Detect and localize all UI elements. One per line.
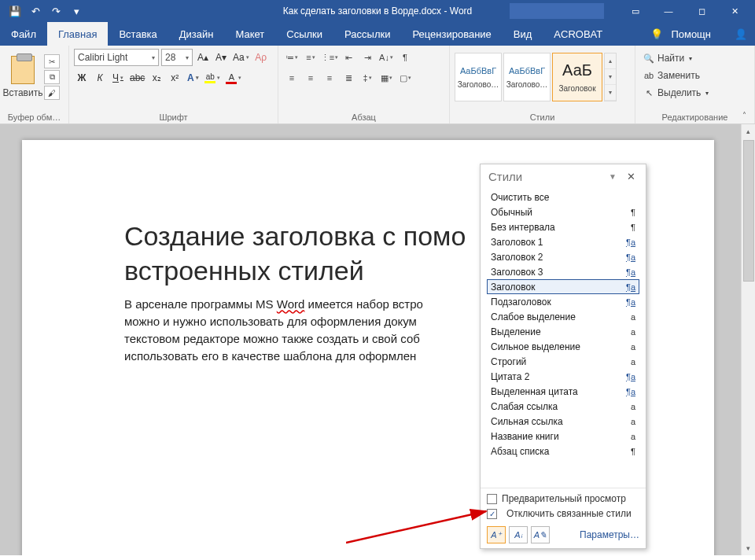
sort-button[interactable]: A↓ [378,49,395,66]
gallery-more-icon[interactable]: ▾ [605,85,616,101]
align-left-button[interactable]: ≡ [283,69,300,87]
borders-button[interactable]: ▢ [396,69,414,87]
new-style-button[interactable]: A⁺ [487,526,506,543]
maximize-button[interactable]: ◻ [686,0,717,22]
decrease-indent-button[interactable]: ⇤ [340,49,357,66]
italic-button[interactable]: К [92,69,108,87]
clear-formatting-button[interactable]: Aρ [253,49,269,66]
grow-font-button[interactable]: A▴ [195,49,211,66]
disable-linked-checkbox[interactable]: ✓Отключить связанные стили [487,508,639,519]
tab-references[interactable]: Ссылки [275,22,333,46]
text-effects-button[interactable]: A [185,69,201,87]
manage-styles-button[interactable]: A✎ [531,526,550,543]
numbering-button[interactable]: ≡ [302,49,319,66]
bold-button[interactable]: Ж [74,69,90,87]
subscript-button[interactable]: x₂ [149,69,164,87]
styles-pane-item[interactable]: Обычный¶ [487,204,639,219]
style-heading2[interactable]: АаБбВвГ Заголово… [455,53,502,101]
styles-pane-item[interactable]: Сильная ссылкаa [487,414,639,429]
save-button[interactable]: 💾 [6,2,24,20]
tab-acrobat[interactable]: ACROBAT [543,22,613,46]
styles-pane-item[interactable]: Название книгиa [487,429,639,444]
style-title[interactable]: АаБ Заголовок [552,53,602,101]
styles-pane-item[interactable]: Подзаголовок¶a [487,294,639,309]
scroll-thumb[interactable] [743,140,754,282]
style-gallery-scroll[interactable]: ▴ ▾ ▾ [604,53,617,101]
change-case-button[interactable]: Aa [231,49,251,66]
styles-pane-item[interactable]: Заголовок 2¶a [487,249,639,264]
gallery-down-icon[interactable]: ▾ [605,69,616,85]
tab-design[interactable]: Дизайн [168,22,225,46]
paste-button[interactable]: Вставить [5,49,41,105]
styles-pane-close-icon[interactable]: ✕ [624,171,638,182]
styles-pane-item[interactable]: Цитата 2¶a [487,369,639,384]
share-icon[interactable]: 👤 [735,28,747,40]
ribbon-display-options-icon[interactable]: ▭ [620,0,651,22]
tab-view[interactable]: Вид [503,22,543,46]
styles-pane-item[interactable]: Строгийa [487,354,639,369]
copy-button[interactable]: ⧉ [44,70,60,84]
shrink-font-button[interactable]: A▾ [213,49,229,66]
scroll-down-icon[interactable]: ▾ [742,541,755,555]
font-name-combo[interactable]: Calibri Light▾ [74,49,159,66]
minimize-button[interactable]: — [653,0,684,22]
tab-mailings[interactable]: Рассылки [333,22,401,46]
align-center-button[interactable]: ≡ [302,69,319,87]
redo-button[interactable]: ↷ [47,2,64,20]
tab-layout[interactable]: Макет [224,22,275,46]
account-box[interactable] [510,3,604,19]
increase-indent-button[interactable]: ⇥ [359,49,376,66]
multilevel-list-button[interactable]: ⋮≡ [321,49,338,66]
styles-options-link[interactable]: Параметры… [580,529,639,540]
font-size-combo[interactable]: 28▾ [161,49,193,66]
bullets-button[interactable]: ≔ [283,49,300,66]
shading-button[interactable]: ▦ [378,69,395,87]
format-painter-button[interactable]: 🖌 [44,86,60,100]
collapse-ribbon-icon[interactable]: ˄ [737,108,751,122]
styles-pane-item[interactable]: Сильное выделениеa [487,339,639,354]
line-spacing-button[interactable]: ‡ [359,69,376,87]
tab-file[interactable]: Файл [0,22,47,46]
font-color-button[interactable]: A [224,69,243,87]
cut-button[interactable]: ✂ [44,54,60,68]
scroll-up-icon[interactable]: ▴ [742,124,755,138]
styles-pane-header: Стили ▼ ✕ [481,164,646,188]
undo-button[interactable]: ↶ [27,2,44,20]
close-button[interactable]: ✕ [719,0,750,22]
styles-pane-item[interactable]: Выделенная цитата¶a [487,384,639,399]
show-marks-button[interactable]: ¶ [396,49,414,66]
tab-home[interactable]: Главная [47,22,108,46]
styles-pane-options-icon[interactable]: ▼ [606,172,619,181]
align-right-button[interactable]: ≡ [321,69,338,87]
qat-customize-icon[interactable]: ▾ [68,2,85,20]
style-heading3[interactable]: АаБбВвГ Заголово… [503,53,551,101]
style-inspector-button[interactable]: Aᵢ [509,526,528,543]
tab-insert[interactable]: Вставка [108,22,168,46]
style-preview: АаБбВвГ [460,66,496,76]
styles-pane-item[interactable]: Очистить все [487,190,639,204]
styles-pane-item[interactable]: Слабая ссылкаa [487,399,639,414]
find-button[interactable]: 🔍Найти▾ [640,50,749,66]
styles-pane-item[interactable]: Заголовок¶a [487,279,639,294]
highlight-button[interactable]: ab [203,69,222,87]
superscript-button[interactable]: x² [167,69,182,87]
styles-pane-item[interactable]: Без интервала¶ [487,219,639,234]
tab-review[interactable]: Рецензирование [401,22,502,46]
strikethrough-button[interactable]: abc [128,69,146,87]
preview-checkbox[interactable]: Предварительный просмотр [487,493,639,504]
justify-button[interactable]: ≣ [340,69,357,87]
tell-me-input[interactable]: Помощн [671,28,711,40]
style-item-name: Заголовок [491,282,535,293]
vertical-scrollbar[interactable]: ▴ ▾ [741,124,755,555]
styles-pane-list[interactable]: Очистить всеОбычный¶Без интервала¶Заголо… [481,188,646,488]
styles-pane-item[interactable]: Выделениеa [487,324,639,339]
styles-pane-item[interactable]: Слабое выделениеa [487,309,639,324]
style-item-name: Выделенная цитата [491,386,578,397]
gallery-up-icon[interactable]: ▴ [605,53,616,69]
underline-button[interactable]: Ч [110,69,126,87]
select-button[interactable]: ↖Выделить▾ [640,85,749,101]
replace-button[interactable]: abЗаменить [640,68,749,83]
styles-pane-item[interactable]: Заголовок 1¶a [487,234,639,249]
styles-pane-item[interactable]: Заголовок 3¶a [487,264,639,279]
styles-pane-item[interactable]: Абзац списка¶ [487,444,639,459]
